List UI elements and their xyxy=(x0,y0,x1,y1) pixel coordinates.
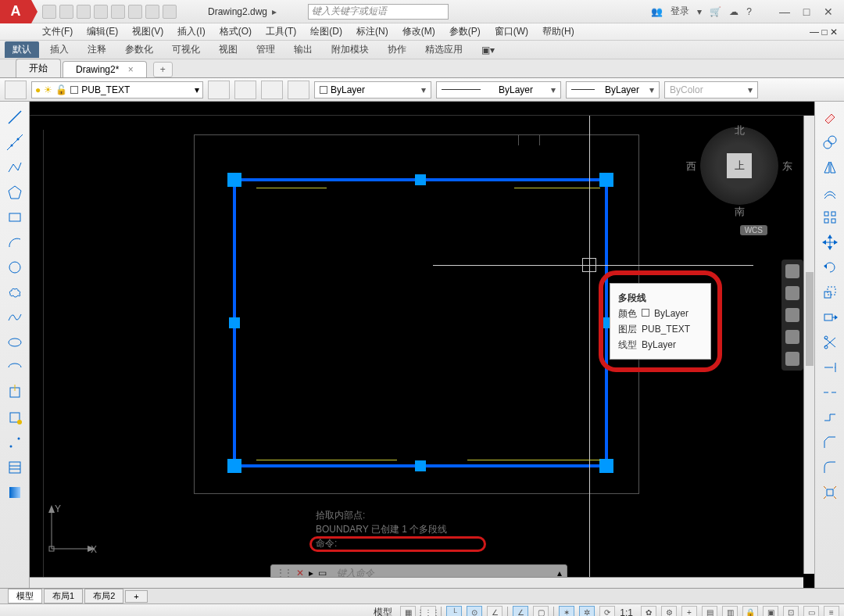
layer-selector[interactable]: ●☀🔓 PUB_TEXT ▾ xyxy=(31,81,203,98)
viewcube-top-face[interactable]: 上 xyxy=(727,153,752,178)
tab-insert[interactable]: 插入 xyxy=(42,41,77,58)
cart-icon[interactable]: 🛒 xyxy=(710,6,721,17)
drawing-canvas[interactable]: 多段线 颜色ByLayer 图层PUB_TEXT 线型ByLayer 北 南 东… xyxy=(30,116,814,588)
join-tool-icon[interactable] xyxy=(819,406,841,428)
erase-tool-icon[interactable] xyxy=(819,106,841,128)
nav-zoom-icon[interactable] xyxy=(785,308,799,322)
spline-tool-icon[interactable] xyxy=(4,306,26,328)
viewcube-east[interactable]: 东 xyxy=(782,159,792,174)
status-polar-icon[interactable]: ⊙ xyxy=(467,606,482,617)
viewcube-west[interactable]: 西 xyxy=(686,159,696,174)
status-isolate-icon[interactable]: ▣ xyxy=(763,606,778,617)
status-model-label[interactable]: 模型 xyxy=(374,606,392,616)
status-cycling-icon[interactable]: ⟳ xyxy=(599,606,615,617)
grip-tm[interactable] xyxy=(415,174,426,185)
linetype-selector[interactable]: ByLayer▾ xyxy=(566,81,660,98)
nav-orbit-icon[interactable] xyxy=(785,330,799,344)
layout-tab-2[interactable]: 布局2 xyxy=(84,589,123,603)
menu-file[interactable]: 文件(F) xyxy=(42,25,73,38)
status-ortho-icon[interactable]: └ xyxy=(446,606,462,617)
qat-new-icon[interactable] xyxy=(42,5,56,19)
scrollbar-horizontal[interactable] xyxy=(30,577,803,588)
qat-redo-icon[interactable] xyxy=(163,5,177,19)
grip-bm[interactable] xyxy=(415,460,426,471)
layer-properties-button[interactable] xyxy=(5,81,27,99)
menu-view[interactable]: 视图(V) xyxy=(132,25,163,38)
menu-insert[interactable]: 插入(I) xyxy=(177,25,205,38)
status-hardware-icon[interactable]: ⊡ xyxy=(783,606,799,617)
tab-featured[interactable]: 精选应用 xyxy=(417,41,470,58)
nav-wheel-icon[interactable] xyxy=(785,264,799,278)
rotate-tool-icon[interactable] xyxy=(819,256,841,278)
qat-web-icon[interactable] xyxy=(111,5,125,19)
status-transparency-icon[interactable]: ✲ xyxy=(579,606,595,617)
status-units-icon[interactable]: ▤ xyxy=(702,606,717,617)
layer-off-button[interactable] xyxy=(288,81,309,99)
chamfer-tool-icon[interactable] xyxy=(819,432,841,453)
selected-polyline[interactable] xyxy=(233,178,608,467)
trim-tool-icon[interactable] xyxy=(819,331,841,353)
tab-collaborate[interactable]: 协作 xyxy=(380,41,414,58)
make-block-tool-icon[interactable] xyxy=(4,406,26,428)
point-tool-icon[interactable] xyxy=(4,432,26,453)
ellipse-arc-tool-icon[interactable] xyxy=(4,356,26,378)
view-cube[interactable]: 北 南 东 西 上 xyxy=(700,127,778,205)
menu-modify[interactable]: 修改(M) xyxy=(402,25,435,38)
cloud-icon[interactable]: ☁ xyxy=(729,6,738,17)
line-tool-icon[interactable] xyxy=(4,106,26,128)
arc-tool-icon[interactable] xyxy=(4,231,26,253)
layer-iso-button[interactable] xyxy=(234,81,256,99)
layer-freeze-button[interactable] xyxy=(261,81,283,99)
menu-window[interactable]: 窗口(W) xyxy=(495,25,528,38)
revcloud-tool-icon[interactable] xyxy=(4,281,26,303)
grip-bl[interactable] xyxy=(227,459,241,473)
fillet-tool-icon[interactable] xyxy=(819,457,841,478)
maximize-button[interactable]: □ xyxy=(797,5,816,18)
hatch-tool-icon[interactable] xyxy=(4,457,26,478)
tab-addins[interactable]: 附加模块 xyxy=(324,41,377,58)
tab-default[interactable]: 默认 xyxy=(5,41,39,58)
break-tool-icon[interactable] xyxy=(819,381,841,403)
search-input[interactable]: 键入关键字或短语 xyxy=(308,4,449,20)
status-scale[interactable]: 1:1 xyxy=(620,607,633,617)
status-annoscale-icon[interactable]: ✿ xyxy=(641,606,656,617)
status-lock-ui-icon[interactable]: 🔒 xyxy=(742,606,758,617)
grip-tr[interactable] xyxy=(599,173,613,187)
qat-open-icon[interactable] xyxy=(59,5,73,19)
extend-tool-icon[interactable] xyxy=(819,356,841,378)
gradient-tool-icon[interactable] xyxy=(4,482,26,503)
menu-tools[interactable]: 工具(T) xyxy=(266,25,296,38)
signin-label[interactable]: 登录 xyxy=(671,5,689,18)
title-dropdown-icon[interactable]: ▸ xyxy=(272,6,277,17)
layout-tab-model[interactable]: 模型 xyxy=(8,589,42,603)
status-otrack-icon[interactable]: ▢ xyxy=(533,606,549,617)
insert-block-tool-icon[interactable] xyxy=(4,381,26,403)
grip-tl[interactable] xyxy=(227,173,241,187)
status-snap-icon[interactable]: ⋮⋮⋮ xyxy=(420,606,436,617)
ellipse-tool-icon[interactable] xyxy=(4,331,26,353)
menu-format[interactable]: 格式(O) xyxy=(220,25,252,38)
tab-annotate[interactable]: 注释 xyxy=(80,41,114,58)
help-icon[interactable]: ? xyxy=(746,6,752,17)
signin-icon[interactable]: 👥 xyxy=(651,6,663,17)
status-qp-icon[interactable]: ▥ xyxy=(722,606,738,617)
tab-manage[interactable]: 管理 xyxy=(249,41,283,58)
signin-dropdown-icon[interactable]: ▾ xyxy=(697,6,702,17)
circle-tool-icon[interactable] xyxy=(4,256,26,278)
grip-lm[interactable] xyxy=(229,317,240,328)
tab-parametric[interactable]: 参数化 xyxy=(117,41,161,58)
file-tab-new-button[interactable]: + xyxy=(153,62,173,77)
rectangle-tool-icon[interactable] xyxy=(4,206,26,228)
menu-dimension[interactable]: 标注(N) xyxy=(356,25,388,38)
array-tool-icon[interactable] xyxy=(819,206,841,228)
explode-tool-icon[interactable] xyxy=(819,482,841,503)
lineweight-selector[interactable]: ByLayer▾ xyxy=(436,81,561,98)
file-tab-current[interactable]: Drawing2* × xyxy=(63,61,147,77)
tab-output[interactable]: 输出 xyxy=(286,41,320,58)
status-customize-icon[interactable]: ≡ xyxy=(824,606,839,617)
minimize-button[interactable]: — xyxy=(775,5,794,18)
layout-tab-add[interactable]: + xyxy=(125,590,147,603)
scrollbar-vertical[interactable] xyxy=(803,116,814,574)
tab-visualize[interactable]: 可视化 xyxy=(164,41,208,58)
grip-br[interactable] xyxy=(599,459,613,473)
